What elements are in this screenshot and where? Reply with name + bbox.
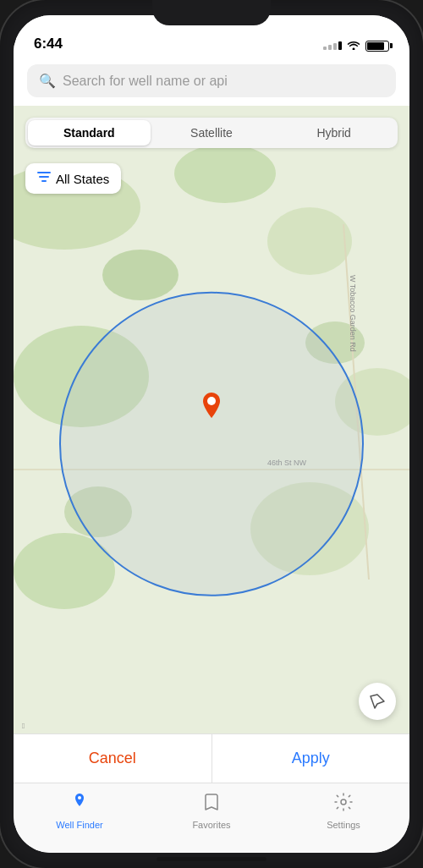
search-bar[interactable]: 🔍 Search for well name or api — [27, 64, 396, 97]
phone-frame: 6:44 — [0, 0, 423, 868]
notch — [152, 0, 271, 25]
map-type-hybrid[interactable]: Hybrid — [272, 120, 395, 146]
filter-label: All States — [56, 172, 109, 186]
action-bar: Cancel Apply — [14, 733, 409, 783]
search-icon: 🔍 — [39, 73, 56, 89]
navigation-icon — [369, 693, 386, 710]
map-type-satellite[interactable]: Satellite — [151, 120, 273, 146]
status-icons — [323, 39, 389, 52]
favorites-icon — [201, 792, 222, 817]
tab-bar: Well Finder Favorites Settings — [14, 783, 409, 853]
tab-well-finder[interactable]: Well Finder — [14, 792, 146, 830]
cancel-button[interactable]: Cancel — [14, 734, 212, 783]
map-container[interactable]: W Tobacco Garden Rd 46th St NW Standard … — [14, 106, 409, 733]
wifi-icon — [347, 39, 360, 52]
status-time: 6:44 — [34, 36, 63, 52]
settings-icon — [333, 792, 354, 817]
svg-text:W Tobacco Garden Rd: W Tobacco Garden Rd — [349, 275, 357, 352]
tab-favorites[interactable]: Favorites — [146, 792, 277, 830]
phone-screen: 6:44 — [14, 15, 409, 853]
svg-point-7 — [102, 250, 179, 300]
filter-button[interactable]: All States — [25, 163, 121, 194]
search-placeholder: Search for well name or api — [63, 74, 228, 89]
well-finder-icon — [69, 792, 90, 817]
home-indicator — [157, 857, 266, 861]
map-apple-logo:  — [22, 722, 25, 730]
filter-icon — [37, 170, 51, 187]
map-pin — [199, 393, 224, 426]
map-type-bar: Standard Satellite Hybrid — [25, 118, 398, 148]
tab-favorites-label: Favorites — [192, 820, 230, 830]
apply-button[interactable]: Apply — [212, 734, 410, 783]
map-type-standard[interactable]: Standard — [28, 120, 151, 146]
search-bar-container: 🔍 Search for well name or api — [14, 58, 409, 106]
tab-settings-label: Settings — [327, 820, 360, 830]
svg-point-2 — [267, 207, 352, 275]
location-button[interactable] — [359, 683, 396, 720]
battery-icon — [365, 41, 389, 52]
svg-point-1 — [174, 144, 276, 203]
tab-settings[interactable]: Settings — [277, 792, 409, 830]
signal-strength-icon — [323, 41, 342, 50]
svg-point-16 — [341, 799, 346, 805]
svg-point-14 — [207, 397, 216, 405]
search-radius-circle — [59, 292, 364, 596]
svg-point-15 — [78, 796, 81, 799]
tab-well-finder-label: Well Finder — [56, 820, 102, 830]
